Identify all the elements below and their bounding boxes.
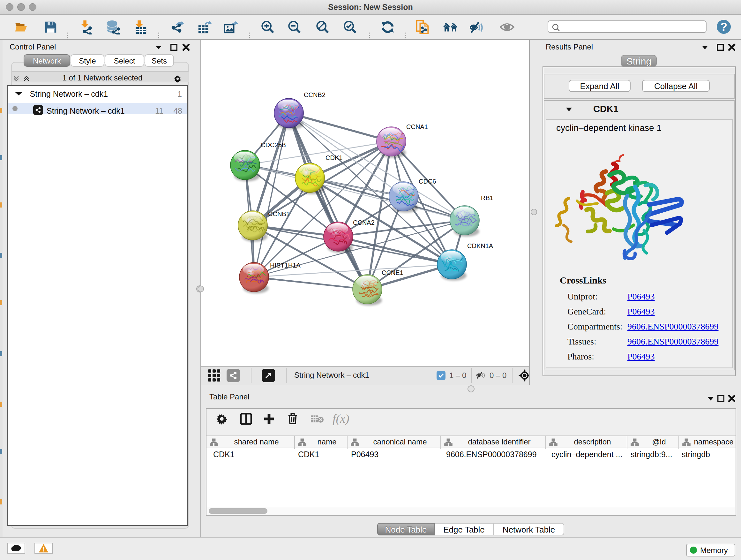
- svg-text:?: ?: [720, 20, 727, 34]
- svg-text:CCNA2: CCNA2: [353, 219, 375, 226]
- svg-text:CCNB1: CCNB1: [268, 210, 290, 217]
- svg-text:RB1: RB1: [481, 194, 493, 201]
- svg-text:CCNB2: CCNB2: [304, 91, 326, 98]
- svg-text:CCNA1: CCNA1: [406, 123, 428, 130]
- svg-text:CDKN1A: CDKN1A: [467, 242, 493, 249]
- svg-text:CDK1: CDK1: [326, 154, 342, 161]
- svg-text:HIST1H1A: HIST1H1A: [270, 262, 300, 269]
- svg-text:CCNE1: CCNE1: [382, 269, 403, 276]
- svg-text:CDC25B: CDC25B: [261, 141, 286, 148]
- svg-text:CDC6: CDC6: [419, 178, 436, 185]
